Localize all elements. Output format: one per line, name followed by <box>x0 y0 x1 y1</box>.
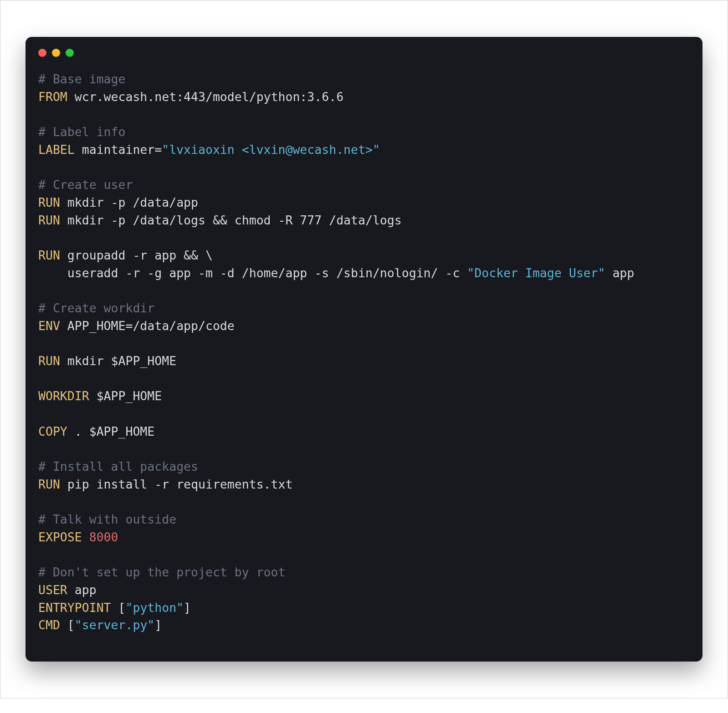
code-token: RUN <box>38 354 60 368</box>
code-token: ] <box>154 618 162 632</box>
dockerfile-code: # Base image FROM wcr.wecash.net:443/mod… <box>38 71 690 634</box>
code-token: LABEL <box>38 143 75 157</box>
code-token: USER <box>38 583 67 597</box>
code-token: [ <box>60 618 75 632</box>
code-token: app <box>605 266 634 280</box>
code-token: CMD <box>38 618 60 632</box>
code-token <box>82 530 89 544</box>
window-controls <box>38 49 690 57</box>
code-token: WORKDIR <box>38 389 89 403</box>
code-token: # Label info <box>38 125 125 139</box>
code-token: RUN <box>38 477 60 491</box>
code-token: ENTRYPOINT <box>38 601 111 615</box>
code-token: # Install all packages <box>38 459 198 474</box>
code-token: RUN <box>38 195 60 209</box>
close-icon[interactable] <box>38 49 46 57</box>
code-token: $APP_HOME <box>89 389 162 403</box>
code-token: # Create user <box>38 178 133 192</box>
code-token: "python" <box>125 601 184 615</box>
code-token: EXPOSE <box>38 530 82 544</box>
code-token: COPY <box>38 424 67 438</box>
code-token: RUN <box>38 248 60 262</box>
code-window: # Base image FROM wcr.wecash.net:443/mod… <box>26 37 702 662</box>
code-token: pip install -r requirements.txt <box>60 477 293 491</box>
code-token: "lvxiaoxin <lvxin@wecash.net>" <box>162 143 380 157</box>
code-token: # Base image <box>38 72 125 86</box>
code-token: "server.py" <box>75 618 155 632</box>
code-token: RUN <box>38 213 60 227</box>
code-token: mkdir $APP_HOME <box>60 354 176 368</box>
code-token: ] <box>184 601 191 615</box>
code-token: # Create workdir <box>38 301 154 315</box>
code-token: . $APP_HOME <box>67 424 154 438</box>
code-token: [ <box>111 601 126 615</box>
code-token: FROM <box>38 90 67 104</box>
code-token: mkdir -p /data/logs && chmod -R 777 /dat… <box>60 213 402 227</box>
minimize-icon[interactable] <box>52 49 60 57</box>
code-token: app <box>67 583 97 597</box>
code-token: APP_HOME=/data/app/code <box>60 319 235 333</box>
code-token: 8000 <box>89 530 118 544</box>
code-token: ENV <box>38 319 60 333</box>
code-token: useradd -r -g app -m -d /home/app -s /sb… <box>38 266 467 280</box>
code-token: # Don't set up the project by root <box>38 565 285 579</box>
code-token: maintainer= <box>75 143 162 157</box>
code-token: mkdir -p /data/app <box>60 195 198 209</box>
maximize-icon[interactable] <box>66 49 74 57</box>
code-token: wcr.wecash.net:443/model/python:3.6.6 <box>67 90 343 104</box>
code-token: "Docker Image User" <box>467 266 605 280</box>
code-token: groupadd -r app && \ <box>60 248 213 262</box>
code-token: # Talk with outside <box>38 512 176 526</box>
